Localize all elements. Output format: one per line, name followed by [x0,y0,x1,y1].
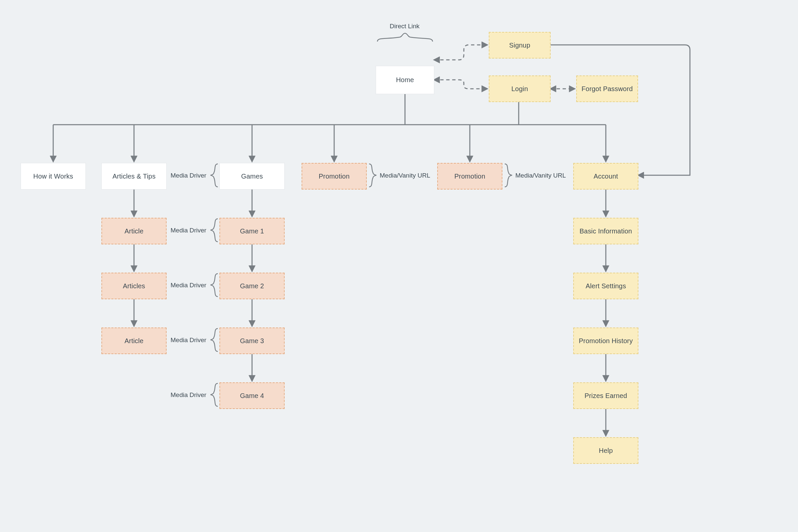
node-articles-tips: Articles & Tips [101,163,167,190]
node-label: Account [593,173,618,180]
node-label: Games [241,173,263,180]
node-article-2: Article [101,327,167,354]
node-label: Article [125,227,144,235]
node-label: Home [396,76,414,84]
node-label: Articles & Tips [112,173,156,180]
node-label: Help [599,447,613,455]
node-how-it-works: How it Works [21,163,86,190]
node-help: Help [573,437,639,464]
node-label: Promotion History [579,337,633,345]
node-prizes-earned: Prizes Earned [573,382,639,409]
node-label: Article [125,337,144,345]
node-label: Articles [123,282,145,290]
node-label: Login [511,85,528,93]
media-vanity-url-label: Media/Vanity URL [515,172,566,179]
node-account: Account [573,163,639,190]
node-game-1: Game 1 [220,218,285,244]
node-label: How it Works [33,173,73,180]
media-vanity-url-label: Media/Vanity URL [380,172,430,179]
node-label: Signup [509,41,530,49]
node-promotion-1: Promotion [302,163,367,190]
node-label: Game 3 [240,337,264,345]
node-label: Forgot Password [582,85,633,93]
node-articles: Articles [101,273,167,299]
node-promotion-history: Promotion History [573,327,639,354]
node-home: Home [376,66,434,94]
node-forgot-password: Forgot Password [576,75,638,102]
node-label: Alert Settings [586,282,626,290]
node-promotion-2: Promotion [437,163,502,190]
node-label: Promotion [455,173,486,180]
sitemap-diagram: Direct Link Home Signup Login Forgot Pas… [0,0,798,532]
node-label: Game 4 [240,392,264,400]
node-basic-information: Basic Information [573,218,639,244]
node-label: Game 2 [240,282,264,290]
node-alert-settings: Alert Settings [573,273,639,299]
node-label: Game 1 [240,227,264,235]
media-driver-label: Media Driver [171,227,207,234]
media-driver-label: Media Driver [171,337,207,344]
node-game-2: Game 2 [220,273,285,299]
node-label: Promotion [319,173,350,180]
node-game-4: Game 4 [220,382,285,409]
node-label: Basic Information [580,227,632,235]
node-login: Login [489,75,551,102]
media-driver-label: Media Driver [171,391,207,399]
direct-link-label: Direct Link [390,23,420,30]
media-driver-label: Media Driver [171,172,207,179]
node-games: Games [220,163,285,190]
media-driver-label: Media Driver [171,282,207,289]
node-signup: Signup [489,32,551,58]
node-game-3: Game 3 [220,327,285,354]
node-article-1: Article [101,218,167,244]
node-label: Prizes Earned [585,392,627,400]
